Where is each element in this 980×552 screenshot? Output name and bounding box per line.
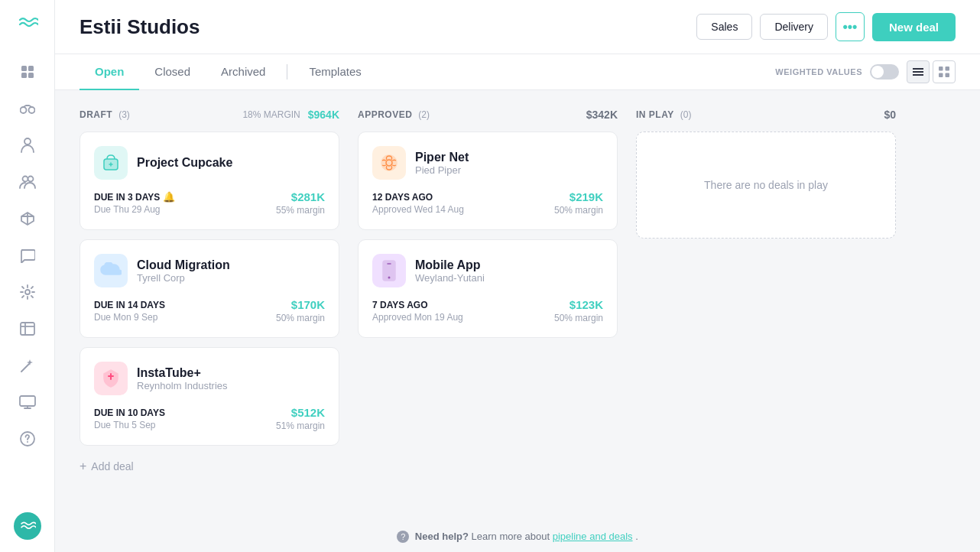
deal-name: InstaTube+ xyxy=(137,366,228,380)
deal-amount: $281K xyxy=(276,190,325,203)
bell-icon: 🔔 xyxy=(163,191,175,203)
sidebar-item-cube[interactable] xyxy=(12,203,43,234)
sidebar-item-settings[interactable] xyxy=(12,277,43,307)
deal-due-info: 12 DAYS AGO Approved Wed 14 Aug xyxy=(372,192,464,215)
main-content: Estii Studios Sales Delivery ••• New dea… xyxy=(55,0,980,552)
deal-due-label: DUE IN 10 DAYS xyxy=(94,408,165,418)
svg-point-6 xyxy=(24,138,31,144)
deal-margin: 50% margin xyxy=(554,313,603,323)
sidebar-item-monitor[interactable] xyxy=(12,387,43,417)
page-header: Estii Studios Sales Delivery ••• New dea… xyxy=(55,0,980,54)
learn-text: Learn more about xyxy=(472,531,553,542)
deal-card-header: Mobile App Weyland-Yutani xyxy=(372,254,603,287)
sidebar-item-grid[interactable] xyxy=(12,57,43,87)
svg-rect-2 xyxy=(21,73,27,78)
board-footer: ? Need help? Learn more about pipeline a… xyxy=(55,521,980,552)
svg-rect-22 xyxy=(939,67,943,71)
tab-templates[interactable]: Templates xyxy=(294,54,376,90)
tab-divider xyxy=(287,64,287,80)
column-in-play-stats: $0 xyxy=(884,109,896,121)
sidebar-item-help[interactable] xyxy=(12,424,43,454)
empty-in-play: There are no deals in play xyxy=(636,132,896,239)
add-deal-button[interactable]: + Add deal xyxy=(80,455,339,478)
app-logo-icon[interactable] xyxy=(17,12,38,38)
column-approved-title-group: APPROVED (2) xyxy=(358,109,430,120)
tab-archived[interactable]: Archived xyxy=(206,54,281,90)
deal-icon-mobile-app xyxy=(372,254,406,287)
sidebar-item-person[interactable] xyxy=(12,130,43,161)
svg-point-33 xyxy=(388,277,391,279)
column-draft-stats: 18% MARGIN $964K xyxy=(242,109,339,121)
sidebar xyxy=(0,0,55,552)
content-area: DRAFT (3) 18% MARGIN $964K xyxy=(55,90,980,552)
delivery-button[interactable]: Delivery xyxy=(760,14,828,40)
deal-amount: $170K xyxy=(276,298,325,311)
deal-card-footer: DUE IN 3 DAYS 🔔 Due Thu 29 Aug $281K 55%… xyxy=(94,190,325,216)
deal-icon-instatube xyxy=(94,362,128,395)
deal-due-info: DUE IN 3 DAYS 🔔 Due Thu 29 Aug xyxy=(94,191,175,215)
view-toggle-group xyxy=(907,60,956,83)
sidebar-item-binoculars[interactable] xyxy=(12,93,43,124)
deal-margin: 50% margin xyxy=(276,313,325,323)
weighted-values-label: WEIGHTED VALUES xyxy=(775,67,862,76)
deal-card-piper-net[interactable]: Piper Net Pied Piper 12 DAYS AGO Approve… xyxy=(358,132,618,230)
column-approved-stats: $342K xyxy=(586,109,618,121)
empty-message: There are no deals in play xyxy=(704,179,828,191)
new-deal-button[interactable]: New deal xyxy=(872,13,956,41)
deal-due-info: DUE IN 10 DAYS Due Thu 5 Sep xyxy=(94,408,165,430)
deal-due-label: DUE IN 14 DAYS xyxy=(94,300,165,310)
deal-info-cloud-migration: Cloud Migration Tyrell Corp xyxy=(137,258,230,284)
deal-amount-info: $512K 51% margin xyxy=(276,406,325,431)
tab-closed[interactable]: Closed xyxy=(139,54,206,90)
svg-point-9 xyxy=(25,290,30,294)
deal-margin: 50% margin xyxy=(554,205,603,216)
deal-company: Reynholm Industries xyxy=(137,380,228,391)
deal-due-label: 7 DAYS AGO xyxy=(372,300,463,310)
svg-rect-14 xyxy=(20,396,35,406)
column-draft-count: (3) xyxy=(118,109,130,120)
more-options-button[interactable]: ••• xyxy=(836,12,865,41)
deal-amount-info: $219K 50% margin xyxy=(554,190,603,216)
deal-card-footer: 12 DAYS AGO Approved Wed 14 Aug $219K 50… xyxy=(372,190,603,216)
sales-button[interactable]: Sales xyxy=(696,14,752,40)
deal-margin: 51% margin xyxy=(276,420,325,431)
column-draft: DRAFT (3) 18% MARGIN $964K xyxy=(80,109,339,478)
user-avatar[interactable] xyxy=(14,512,41,540)
deal-company: Weyland-Yutani xyxy=(415,272,485,284)
svg-point-4 xyxy=(20,107,26,113)
deal-card-header: Cloud Migration Tyrell Corp xyxy=(94,254,325,287)
svg-rect-1 xyxy=(28,66,34,71)
sidebar-item-chat[interactable] xyxy=(12,240,43,271)
list-view-button[interactable] xyxy=(907,60,930,83)
pipeline-link[interactable]: pipeline and deals xyxy=(553,531,633,542)
column-approved: APPROVED (2) $342K xyxy=(358,109,618,347)
deal-name: Mobile App xyxy=(415,258,485,272)
deal-margin: 55% margin xyxy=(276,205,325,216)
page-title: Estii Studios xyxy=(80,15,200,39)
tab-open[interactable]: Open xyxy=(80,54,139,90)
deal-due-sub: Approved Wed 14 Aug xyxy=(372,204,464,215)
column-in-play: IN PLAY (0) $0 There are no deals in pla… xyxy=(636,109,896,239)
sidebar-item-table[interactable] xyxy=(12,313,43,344)
deal-due-sub: Due Thu 29 Aug xyxy=(94,204,175,215)
svg-point-8 xyxy=(28,177,33,182)
toggle-knob xyxy=(871,66,884,78)
deal-card-cloud-migration[interactable]: Cloud Migration Tyrell Corp DUE IN 14 DA… xyxy=(80,239,339,338)
svg-point-7 xyxy=(22,177,28,182)
deal-name: Piper Net xyxy=(415,151,469,164)
weighted-values-toggle[interactable] xyxy=(870,64,899,80)
deal-due-info: DUE IN 14 DAYS Due Mon 9 Sep xyxy=(94,300,165,323)
deal-card-project-cupcake[interactable]: Project Cupcake DUE IN 3 DAYS 🔔 Due Thu … xyxy=(80,132,339,230)
deal-card-instatube[interactable]: InstaTube+ Reynholm Industries DUE IN 10… xyxy=(80,347,339,446)
add-deal-label: Add deal xyxy=(91,460,133,472)
sidebar-item-wand[interactable] xyxy=(12,350,43,381)
sidebar-item-team[interactable] xyxy=(12,167,43,197)
deal-due-sub: Due Mon 9 Sep xyxy=(94,312,165,323)
svg-rect-23 xyxy=(946,67,950,71)
deal-card-mobile-app[interactable]: Mobile App Weyland-Yutani 7 DAYS AGO App… xyxy=(358,239,618,338)
svg-rect-3 xyxy=(28,73,34,78)
tabs-bar: Open Closed Archived Templates WEIGHTED … xyxy=(55,54,980,90)
grid-view-button[interactable] xyxy=(933,60,956,83)
header-actions: Sales Delivery ••• New deal xyxy=(696,12,956,41)
deal-info-project-cupcake: Project Cupcake xyxy=(137,156,232,170)
